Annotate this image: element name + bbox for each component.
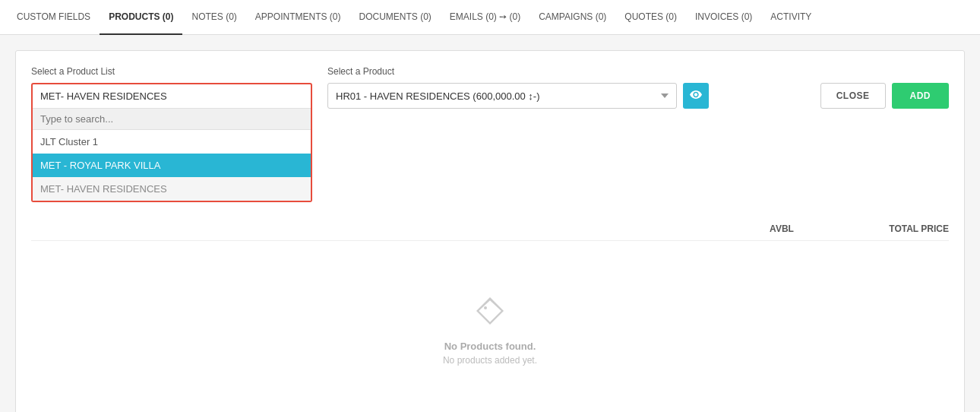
product-top-row: Select a Product List MET- HAVEN RESIDEN…	[31, 66, 949, 202]
product-list-dropdown: MET- HAVEN RESIDENCES JLT Cluster 1 MET …	[31, 83, 312, 202]
tag-icon	[473, 294, 507, 334]
eye-button[interactable]	[683, 83, 709, 109]
product-selector-row: HR01 - HAVEN RESIDENCES (600,000.00 ↕-) …	[327, 83, 949, 109]
tab-documents[interactable]: DOCUMENTS (0)	[350, 0, 441, 35]
product-list-selected-text: MET- HAVEN RESIDENCES	[40, 90, 167, 102]
action-buttons: CLOSE ADD	[820, 83, 949, 109]
tab-quotes[interactable]: QUOTES (0)	[615, 0, 686, 35]
list-item[interactable]: JLT Cluster 1	[33, 130, 311, 154]
table-header-cols: AVBL TOTAL PRICE	[736, 223, 949, 234]
list-item[interactable]: MET- HAVEN RESIDENCES	[33, 177, 311, 201]
no-products-subtitle: No products added yet.	[443, 355, 537, 366]
product-selector-container: Select a Product HR01 - HAVEN RESIDENCES…	[327, 66, 949, 109]
product-select[interactable]: HR01 - HAVEN RESIDENCES (600,000.00 ↕-)	[327, 83, 677, 109]
no-products-state: No Products found. No products added yet…	[31, 271, 949, 388]
col-avbl-header: AVBL	[736, 223, 827, 234]
col-total-price-header: TOTAL PRICE	[827, 223, 949, 234]
product-list-label: Select a Product List	[31, 66, 312, 77]
table-header: AVBL TOTAL PRICE	[31, 217, 949, 241]
eye-icon	[690, 90, 702, 102]
tab-emails[interactable]: EMAILS (0) ➙ (0)	[441, 0, 530, 35]
product-list-container: Select a Product List MET- HAVEN RESIDEN…	[31, 66, 312, 202]
product-list-selected-value[interactable]: MET- HAVEN RESIDENCES	[33, 84, 311, 109]
tab-products[interactable]: PRODUCTS (0)	[100, 0, 182, 35]
product-list-search-container	[33, 109, 311, 130]
tab-activity[interactable]: ACTIVITY	[761, 0, 820, 35]
tab-invoices[interactable]: INVOICES (0)	[686, 0, 761, 35]
list-item[interactable]: MET - ROYAL PARK VILLA	[33, 154, 311, 177]
tab-appointments[interactable]: APPOINTMENTS (0)	[246, 0, 350, 35]
add-button[interactable]: ADD	[892, 83, 950, 109]
main-content: Select a Product List MET- HAVEN RESIDEN…	[0, 35, 980, 412]
product-list-search-input[interactable]	[40, 113, 303, 125]
no-products-title: No Products found.	[444, 341, 536, 352]
close-button[interactable]: CLOSE	[820, 83, 886, 109]
product-list-options: JLT Cluster 1 MET - ROYAL PARK VILLA MET…	[33, 130, 311, 201]
tab-bar: CUSTOM FIELDS PRODUCTS (0) NOTES (0) APP…	[0, 0, 980, 35]
tab-custom-fields[interactable]: CUSTOM FIELDS	[8, 0, 100, 35]
product-section: Select a Product List MET- HAVEN RESIDEN…	[15, 50, 965, 412]
tab-notes[interactable]: NOTES (0)	[182, 0, 245, 35]
product-selector-label: Select a Product	[327, 66, 949, 77]
tab-campaigns[interactable]: CAMPAIGNS (0)	[530, 0, 615, 35]
